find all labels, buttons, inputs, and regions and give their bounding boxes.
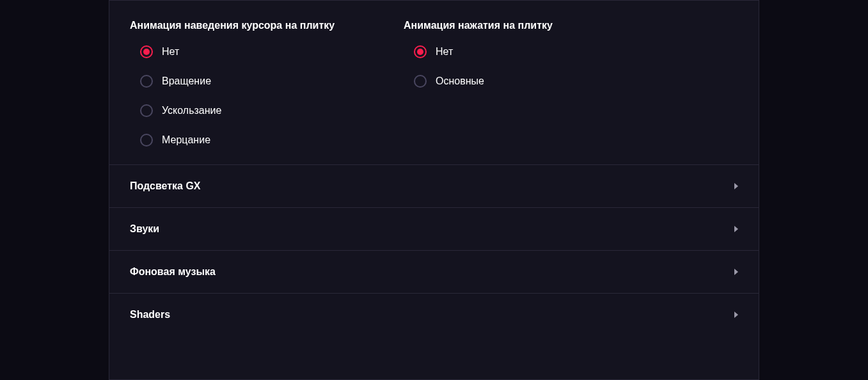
radio-label: Основные (436, 75, 484, 87)
hover-option-slide[interactable]: Ускользание (130, 104, 373, 117)
chevron-right-icon (734, 269, 738, 275)
click-animation-group: Анимация нажатия на плитку Нет Основные (404, 20, 647, 146)
radio-label: Мерцание (162, 134, 210, 146)
section-gx-lighting[interactable]: Подсветка GX (109, 164, 759, 207)
settings-panel: Анимация наведения курсора на плитку Нет… (109, 0, 759, 380)
radio-label: Нет (162, 46, 179, 58)
radio-icon (414, 75, 427, 88)
section-sounds[interactable]: Звуки (109, 207, 759, 250)
radio-icon (140, 134, 153, 146)
hover-option-none[interactable]: Нет (130, 45, 373, 58)
chevron-right-icon (734, 183, 738, 189)
click-group-title: Анимация нажатия на плитку (404, 20, 647, 31)
section-label: Подсветка GX (130, 180, 201, 192)
radio-label: Вращение (162, 75, 211, 87)
chevron-right-icon (734, 226, 738, 232)
click-option-none[interactable]: Нет (404, 45, 647, 58)
section-label: Shaders (130, 309, 170, 321)
hover-animation-group: Анимация наведения курсора на плитку Нет… (130, 20, 373, 146)
radio-icon (140, 75, 153, 88)
section-label: Звуки (130, 223, 159, 235)
click-option-basic[interactable]: Основные (404, 75, 647, 88)
section-shaders[interactable]: Shaders (109, 293, 759, 336)
radio-icon (140, 104, 153, 117)
radio-icon (414, 45, 427, 58)
section-label: Фоновая музыка (130, 266, 216, 278)
hover-option-flicker[interactable]: Мерцание (130, 134, 373, 146)
animations-section: Анимация наведения курсора на плитку Нет… (109, 0, 759, 164)
radio-label: Нет (436, 46, 453, 58)
hover-option-rotation[interactable]: Вращение (130, 75, 373, 88)
radio-label: Ускользание (162, 105, 221, 116)
chevron-right-icon (734, 312, 738, 318)
radio-icon (140, 45, 153, 58)
section-background-music[interactable]: Фоновая музыка (109, 250, 759, 293)
hover-group-title: Анимация наведения курсора на плитку (130, 20, 373, 31)
